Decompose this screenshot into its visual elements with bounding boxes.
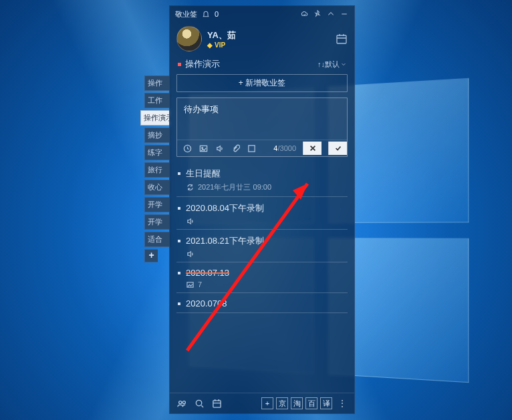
svg-rect-4 xyxy=(248,145,254,151)
note-title: 2021.08.21下午录制 xyxy=(186,235,264,247)
side-tab[interactable]: 适合 xyxy=(144,232,170,247)
app-window: 敬业签 0 YA、茹 ◆ VIP xyxy=(169,5,355,414)
chevron-up-icon[interactable] xyxy=(326,9,336,19)
confirm-button[interactable] xyxy=(328,142,347,155)
side-tab-active[interactable]: 操作演示 xyxy=(140,110,170,126)
list-item[interactable]: 2020.08.04下午录制 xyxy=(176,197,348,230)
note-reminder: 2021年七月廿三 09:00 xyxy=(198,182,271,192)
avatar[interactable] xyxy=(176,26,202,51)
sort-dropdown[interactable]: ↑↓默认 xyxy=(317,59,346,69)
note-title: 2020.0708 xyxy=(186,298,227,308)
list-item[interactable]: 2020.0708 xyxy=(176,293,348,313)
cloud-sync-icon[interactable] xyxy=(299,9,309,19)
speaker-icon xyxy=(186,217,194,225)
note-editor: 4/3000 xyxy=(176,97,348,157)
bell-icon[interactable] xyxy=(201,9,211,19)
speaker-icon xyxy=(186,250,194,258)
side-tab-strip: 操作 工作 操作演示 摘抄 练字 旅行 收心 开学 开学 适合 + xyxy=(144,75,170,262)
calendar-small-icon[interactable] xyxy=(211,398,222,409)
bullet-icon xyxy=(178,272,180,274)
svg-rect-0 xyxy=(337,35,346,43)
audio-icon[interactable] xyxy=(215,144,224,153)
side-tab[interactable]: 收心 xyxy=(144,180,170,195)
bullet-icon xyxy=(178,172,180,175)
list-item[interactable]: 生日提醒 2021年七月廿三 09:00 xyxy=(176,162,348,197)
username: YA、茹 xyxy=(207,29,236,41)
bottom-bar: + 京 淘 百 译 ⋮ xyxy=(170,393,354,413)
side-tab-add[interactable]: + xyxy=(144,249,158,262)
side-tab[interactable]: 操作 xyxy=(144,75,170,91)
profile-row: YA、茹 ◆ VIP xyxy=(170,22,354,57)
image-icon xyxy=(186,280,194,288)
side-tab[interactable]: 练字 xyxy=(144,145,170,160)
svg-point-7 xyxy=(182,401,185,403)
app-name: 敬业签 xyxy=(175,9,197,19)
svg-point-6 xyxy=(178,401,181,403)
svg-point-3 xyxy=(201,147,203,148)
list-item[interactable]: 2020.07.13 7 xyxy=(176,262,348,293)
svg-rect-9 xyxy=(213,400,220,407)
side-tab[interactable]: 工作 xyxy=(144,93,170,108)
more-menu-icon[interactable]: ⋮ xyxy=(338,398,348,409)
side-tab[interactable]: 摘抄 xyxy=(144,128,170,143)
svg-point-8 xyxy=(196,400,201,405)
attachment-icon[interactable] xyxy=(231,144,240,153)
vip-badge: ◆ VIP xyxy=(207,41,236,49)
note-title: 2020.07.13 xyxy=(186,268,229,278)
bullet-icon xyxy=(178,207,180,210)
titlebar: 敬业签 0 xyxy=(170,6,354,22)
note-textarea[interactable] xyxy=(177,98,347,137)
shortcut-baidu[interactable]: 百 xyxy=(305,397,317,409)
notification-count: 0 xyxy=(215,10,219,18)
note-title: 2020.08.04下午录制 xyxy=(186,202,264,214)
side-tab[interactable]: 开学 xyxy=(144,197,170,212)
side-tab[interactable]: 旅行 xyxy=(144,162,170,178)
calendar-icon[interactable] xyxy=(336,33,348,45)
editor-toolbar: 4/3000 xyxy=(177,140,347,156)
section-header: 操作演示 ↑↓默认 xyxy=(170,57,354,74)
section-dot-icon xyxy=(178,63,181,66)
repeat-icon xyxy=(186,184,194,192)
side-tab[interactable]: 开学 xyxy=(144,214,170,230)
search-icon[interactable] xyxy=(194,398,205,409)
checkbox-icon[interactable] xyxy=(247,144,256,153)
contacts-icon[interactable] xyxy=(176,398,187,409)
image-count: 7 xyxy=(198,280,202,288)
minimize-icon[interactable] xyxy=(340,9,349,19)
shortcut-jd[interactable]: 京 xyxy=(276,397,288,409)
note-title: 生日提醒 xyxy=(186,168,221,180)
section-title: 操作演示 xyxy=(185,58,220,70)
diamond-icon: ◆ xyxy=(207,41,213,49)
list-item[interactable]: 2021.08.21下午录制 xyxy=(176,230,348,262)
char-counter: 4/3000 xyxy=(273,144,296,152)
shortcut-taobao[interactable]: 淘 xyxy=(291,397,303,409)
image-icon[interactable] xyxy=(199,144,208,153)
bullet-icon xyxy=(178,240,180,242)
plus-shortcut[interactable]: + xyxy=(261,397,273,409)
cancel-button[interactable] xyxy=(303,142,322,155)
clock-icon[interactable] xyxy=(182,144,192,153)
note-list: 生日提醒 2021年七月廿三 09:00 2020.08.04下午录制 2021… xyxy=(170,162,354,393)
shortcut-translate[interactable]: 译 xyxy=(320,397,332,409)
pin-icon[interactable] xyxy=(313,9,322,19)
bullet-icon xyxy=(178,302,180,305)
add-note-button[interactable]: + 新增敬业签 xyxy=(176,74,348,92)
